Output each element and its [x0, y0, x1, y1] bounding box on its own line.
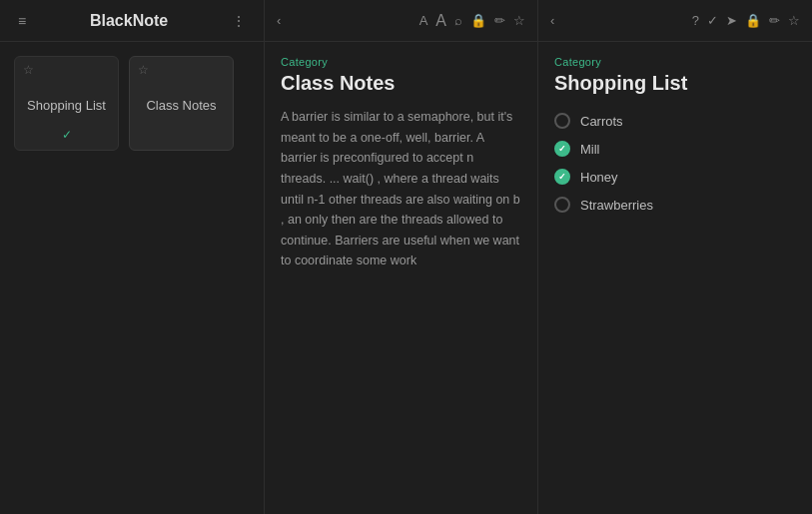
middle-toolbar-left: ‹	[277, 13, 281, 28]
check-icon-shopping: ✓	[62, 128, 72, 142]
right-toolbar: ‹ ? ✓ ➤ 🔒 ✏ ☆	[538, 0, 812, 42]
note-label-classnotes: Class Notes	[146, 98, 216, 113]
check-circle-0	[554, 113, 570, 129]
check-circle-3	[554, 197, 570, 213]
middle-toolbar: ‹ A A ⌕ 🔒 ✏ ☆	[265, 0, 537, 42]
right-edit-icon[interactable]: ✏	[769, 13, 780, 28]
right-panel: ‹ ? ✓ ➤ 🔒 ✏ ☆ Category Shopping List Car…	[538, 0, 812, 514]
right-star-icon[interactable]: ☆	[788, 13, 800, 28]
checklist-item-3[interactable]: Strawberries	[554, 191, 796, 219]
middle-body: A barrier is similar to a semaphore, but…	[281, 107, 521, 271]
right-content: Category Shopping List CarrotsMillHoneyS…	[538, 42, 812, 514]
star-icon-classnotes: ☆	[138, 63, 149, 77]
checklist-item-1[interactable]: Mill	[554, 135, 796, 163]
check-label-1: Mill	[580, 142, 600, 157]
note-card-shopping[interactable]: ☆ Shopping List ✓	[14, 56, 119, 151]
left-header: ≡ BlackNote ⋮	[0, 0, 264, 42]
middle-toolbar-right: A A ⌕ 🔒 ✏ ☆	[419, 12, 525, 30]
right-toolbar-right: ? ✓ ➤ 🔒 ✏ ☆	[692, 13, 800, 28]
star-icon[interactable]: ☆	[513, 13, 525, 28]
check-label-3: Strawberries	[580, 198, 653, 213]
checklist-item-2[interactable]: Honey	[554, 163, 796, 191]
right-title: Shopping List	[554, 72, 796, 95]
left-panel: ≡ BlackNote ⋮ ☆ Shopping List ✓ ☆ Class …	[0, 0, 265, 514]
star-icon-shopping: ☆	[23, 63, 34, 77]
middle-category: Category	[281, 56, 521, 68]
help-icon[interactable]: ?	[692, 13, 699, 28]
font-large-icon[interactable]: A	[435, 12, 446, 30]
note-card-classnotes[interactable]: ☆ Class Notes	[129, 56, 234, 151]
middle-panel: ‹ A A ⌕ 🔒 ✏ ☆ Category Class Notes A bar…	[265, 0, 538, 514]
right-category: Category	[554, 56, 796, 68]
share-icon[interactable]: ➤	[726, 13, 737, 28]
checklist-item-0[interactable]: Carrots	[554, 107, 796, 135]
checklist: CarrotsMillHoneyStrawberries	[554, 107, 796, 219]
check-label-0: Carrots	[580, 114, 623, 129]
more-button[interactable]: ⋮	[228, 12, 250, 30]
check-label-2: Honey	[580, 170, 618, 185]
menu-button[interactable]: ≡	[14, 12, 30, 30]
middle-title: Class Notes	[281, 72, 521, 95]
right-toolbar-left: ‹	[550, 13, 554, 28]
note-label-shopping: Shopping List	[27, 98, 106, 113]
middle-content: Category Class Notes A barrier is simila…	[265, 42, 537, 514]
check-circle-1	[554, 141, 570, 157]
check-circle-2	[554, 169, 570, 185]
search-icon[interactable]: ⌕	[454, 13, 462, 28]
edit-icon[interactable]: ✏	[494, 13, 505, 28]
middle-back-icon[interactable]: ‹	[277, 13, 281, 28]
font-small-icon[interactable]: A	[419, 13, 428, 28]
lock-icon[interactable]: 🔒	[470, 13, 486, 28]
header-icons: ⋮	[228, 12, 250, 30]
right-back-icon[interactable]: ‹	[550, 13, 554, 28]
notes-grid: ☆ Shopping List ✓ ☆ Class Notes	[0, 42, 264, 165]
app-title: BlackNote	[90, 12, 168, 30]
right-lock-icon[interactable]: 🔒	[745, 13, 761, 28]
check-icon[interactable]: ✓	[707, 13, 718, 28]
